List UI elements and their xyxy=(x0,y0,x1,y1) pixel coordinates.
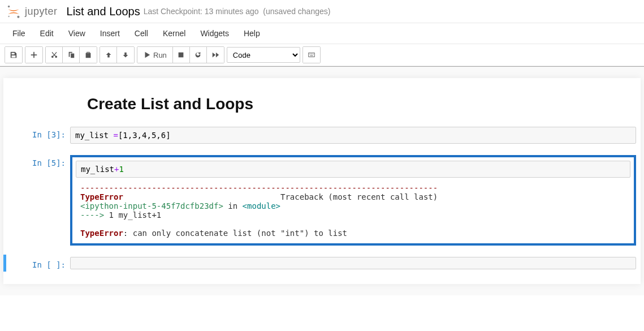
prompt-2: In [5]: xyxy=(8,155,70,246)
cut-button[interactable] xyxy=(46,47,63,63)
toolbar: Run Code xyxy=(0,44,644,66)
prompt-3: In [ ]: xyxy=(8,257,70,269)
paste-button[interactable] xyxy=(80,47,97,63)
code-cell-3[interactable]: In [ ]: xyxy=(3,255,641,272)
error-output: ----------------------------------------… xyxy=(76,178,630,240)
arrow-up-icon xyxy=(105,51,113,59)
code-input-3[interactable] xyxy=(70,257,636,269)
svg-point-1 xyxy=(17,16,19,18)
svg-rect-4 xyxy=(309,53,315,57)
paste-icon xyxy=(84,51,92,59)
menu-view[interactable]: View xyxy=(62,25,92,41)
logo-text: jupyter xyxy=(25,6,58,18)
scissors-icon xyxy=(50,51,58,59)
jupyter-logo-icon xyxy=(6,3,21,19)
command-palette-button[interactable] xyxy=(303,47,320,63)
save-icon xyxy=(10,51,18,59)
restart-icon xyxy=(194,51,202,59)
svg-rect-5 xyxy=(309,54,310,54)
interrupt-button[interactable] xyxy=(173,47,190,63)
move-up-button[interactable] xyxy=(100,47,117,63)
checkpoint-text: Last Checkpoint: 13 minutes ago (unsaved… xyxy=(144,7,331,16)
code-input-1[interactable]: my_list =[1,3,4,5,6] xyxy=(70,127,636,144)
menu-edit[interactable]: Edit xyxy=(33,25,60,41)
jupyter-logo[interactable]: jupyter xyxy=(6,3,58,19)
code-input-2[interactable]: my_list+1 xyxy=(76,161,630,178)
restart-button[interactable] xyxy=(190,47,207,63)
code-cell-2[interactable]: In [5]: my_list+1 ----------------------… xyxy=(3,153,641,248)
fast-forward-icon xyxy=(211,51,219,59)
notebook-container: Create List and Loops In [3]: my_list =[… xyxy=(0,66,644,295)
arrow-down-icon xyxy=(122,51,129,59)
play-icon xyxy=(143,51,151,59)
svg-rect-3 xyxy=(179,53,184,58)
menu-cell[interactable]: Cell xyxy=(128,25,155,41)
svg-rect-7 xyxy=(313,54,314,54)
add-cell-button[interactable] xyxy=(25,47,42,63)
notebook: Create List and Loops In [3]: my_list =[… xyxy=(3,78,641,284)
header: jupyter List and Loops Last Checkpoint: … xyxy=(0,0,644,23)
menu-insert[interactable]: Insert xyxy=(93,25,127,41)
markdown-cell-heading[interactable]: Create List and Loops xyxy=(3,84,641,124)
cell-type-select[interactable]: Code xyxy=(227,47,300,63)
notebook-title[interactable]: List and Loops xyxy=(67,5,140,18)
move-down-button[interactable] xyxy=(117,47,134,63)
menubar: File Edit View Insert Cell Kernel Widget… xyxy=(0,23,644,44)
run-button[interactable]: Run xyxy=(137,47,173,63)
svg-rect-6 xyxy=(311,54,312,54)
plus-icon xyxy=(30,51,38,59)
stop-icon xyxy=(177,51,185,59)
svg-rect-8 xyxy=(310,55,313,56)
copy-icon xyxy=(67,51,75,59)
menu-widgets[interactable]: Widgets xyxy=(193,25,236,41)
menu-file[interactable]: File xyxy=(6,25,32,41)
keyboard-icon xyxy=(308,51,315,59)
svg-point-0 xyxy=(8,6,10,8)
menu-kernel[interactable]: Kernel xyxy=(156,25,192,41)
prompt-1: In [3]: xyxy=(8,127,70,144)
run-label: Run xyxy=(153,51,167,59)
code-cell-1[interactable]: In [3]: my_list =[1,3,4,5,6] xyxy=(3,124,641,146)
heading-text: Create List and Loops xyxy=(87,95,635,113)
save-button[interactable] xyxy=(5,47,22,63)
svg-point-2 xyxy=(8,16,10,18)
restart-run-all-button[interactable] xyxy=(207,47,224,63)
copy-button[interactable] xyxy=(63,47,80,63)
menu-help[interactable]: Help xyxy=(237,25,267,41)
